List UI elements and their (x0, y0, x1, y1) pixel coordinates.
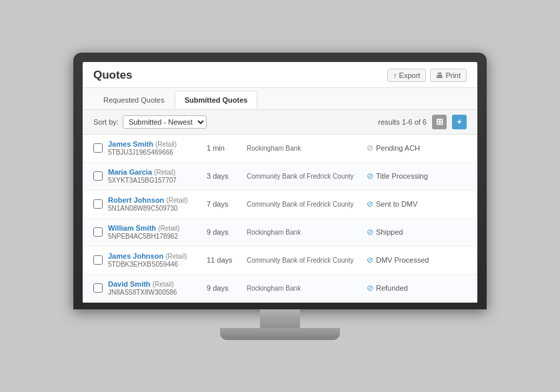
sort-label: Sort by: (93, 118, 119, 126)
tab-requested-quotes[interactable]: Requested Quotes (93, 91, 175, 109)
quote-time: 9 days (207, 284, 247, 292)
row-main: David Smith (Retail) JN8AS58TX8W300586 (108, 280, 207, 296)
grid-view-button[interactable]: ⊞ (432, 115, 447, 129)
row-main: James Johnson (Retail) 5TDBK3EHXBS059446 (108, 252, 207, 268)
print-icon: 🖶 (436, 71, 443, 79)
monitor-bezel: Quotes ↑ Export 🖶 Print Requested Quotes (73, 53, 487, 309)
quote-id: JN8AS58TX8W300586 (108, 289, 207, 296)
row-main: William Smith (Retail) 5NPEB4AC5BH178962 (108, 224, 207, 240)
status-icon: ⊘ (367, 143, 373, 153)
quote-time: 3 days (207, 172, 247, 180)
row-checkbox[interactable] (93, 199, 103, 209)
quote-status: ⊘ DMV Processed (367, 255, 467, 265)
quote-bank: Rockingham Bank (247, 145, 367, 152)
plus-icon: + (457, 117, 462, 127)
sort-select[interactable]: Submitted - Newest (123, 115, 207, 129)
status-icon: ⊘ (367, 255, 373, 265)
status-icon: ⊘ (367, 283, 373, 293)
status-label: Title Processing (376, 172, 428, 180)
status-label: DMV Processed (376, 256, 429, 264)
row-main: James Smith (Retail) 5TBJU3J196S469666 (108, 140, 207, 156)
row-checkbox[interactable] (93, 143, 103, 153)
quote-id: 5NPEB4AC5BH178962 (108, 233, 207, 240)
quote-id: 5TBJU3J196S469666 (108, 149, 207, 156)
quote-bank: Community Bank of Fredrick County (247, 201, 367, 208)
tab-bar: Requested Quotes Submitted Quotes (83, 88, 477, 110)
quote-id: 5N1AN08W89C509730 (108, 205, 207, 212)
quote-name: Maria Garcia (108, 168, 152, 176)
quote-time: 9 days (207, 228, 247, 236)
tab-submitted-quotes[interactable]: Submitted Quotes (175, 91, 258, 109)
monitor-neck (260, 309, 300, 328)
quote-id: 5XYKT3A15BG157707 (108, 177, 207, 184)
quote-bank: Community Bank of Fredrick County (247, 173, 367, 180)
status-icon: ⊘ (367, 171, 373, 181)
quote-status: ⊘ Sent to DMV (367, 199, 467, 209)
quote-name: William Smith (108, 224, 156, 232)
quote-status: ⊘ Refunded (367, 283, 467, 293)
table-row[interactable]: James Johnson (Retail) 5TDBK3EHXBS059446… (83, 247, 477, 275)
status-icon: ⊘ (367, 227, 373, 237)
sort-group: Sort by: Submitted - Newest (93, 115, 207, 129)
quote-status: ⊘ Shipped (367, 227, 467, 237)
quote-time: 7 days (207, 200, 247, 208)
export-icon: ↑ (393, 71, 397, 79)
quote-type: (Retail) (155, 141, 177, 148)
quote-time: 11 days (207, 256, 247, 264)
quote-type: (Retail) (158, 225, 179, 232)
header-buttons: ↑ Export 🖶 Print (387, 69, 467, 82)
print-button[interactable]: 🖶 Print (430, 69, 467, 82)
status-label: Sent to DMV (376, 200, 417, 208)
table-row[interactable]: Maria Garcia (Retail) 5XYKT3A15BG157707 … (83, 163, 477, 191)
status-label: Pending ACH (376, 144, 420, 152)
quote-type: (Retail) (165, 253, 187, 260)
grid-icon: ⊞ (436, 117, 443, 127)
quote-name: Robert Johnson (108, 196, 164, 204)
quote-time: 1 min (207, 144, 247, 152)
monitor-base (220, 328, 340, 340)
status-label: Refunded (376, 284, 408, 292)
export-button[interactable]: ↑ Export (387, 69, 426, 82)
add-button[interactable]: + (452, 115, 467, 129)
row-checkbox[interactable] (93, 227, 103, 237)
app-header: Quotes ↑ Export 🖶 Print (83, 62, 477, 88)
quote-bank: Rockingham Bank (247, 285, 367, 292)
quote-bank: Rockingham Bank (247, 229, 367, 236)
toolbar-right: results 1-6 of 6 ⊞ + (378, 115, 467, 129)
row-main: Robert Johnson (Retail) 5N1AN08W89C50973… (108, 196, 207, 212)
quote-status: ⊘ Pending ACH (367, 143, 467, 153)
page-title: Quotes (93, 69, 133, 82)
quote-bank: Community Bank of Fredrick County (247, 257, 367, 264)
row-checkbox[interactable] (93, 283, 103, 293)
quotes-list: James Smith (Retail) 5TBJU3J196S469666 1… (83, 135, 477, 303)
toolbar: Sort by: Submitted - Newest results 1-6 … (83, 110, 477, 135)
quote-name: James Smith (108, 140, 153, 148)
table-row[interactable]: William Smith (Retail) 5NPEB4AC5BH178962… (83, 219, 477, 247)
quote-name: David Smith (108, 280, 151, 288)
monitor: Quotes ↑ Export 🖶 Print Requested Quotes (73, 53, 487, 340)
quote-type: (Retail) (166, 197, 187, 204)
results-text: results 1-6 of 6 (378, 118, 427, 126)
row-checkbox[interactable] (93, 255, 103, 265)
screen: Quotes ↑ Export 🖶 Print Requested Quotes (83, 62, 477, 303)
quote-type: (Retail) (154, 169, 175, 176)
row-main: Maria Garcia (Retail) 5XYKT3A15BG157707 (108, 168, 207, 184)
quote-type: (Retail) (153, 281, 174, 288)
status-icon: ⊘ (367, 199, 373, 209)
quote-name: James Johnson (108, 252, 163, 260)
table-row[interactable]: Robert Johnson (Retail) 5N1AN08W89C50973… (83, 191, 477, 219)
quote-id: 5TDBK3EHXBS059446 (108, 261, 207, 268)
table-row[interactable]: James Smith (Retail) 5TBJU3J196S469666 1… (83, 135, 477, 163)
row-checkbox[interactable] (93, 171, 103, 181)
quote-status: ⊘ Title Processing (367, 171, 467, 181)
status-label: Shipped (376, 228, 403, 236)
table-row[interactable]: David Smith (Retail) JN8AS58TX8W300586 9… (83, 275, 477, 303)
